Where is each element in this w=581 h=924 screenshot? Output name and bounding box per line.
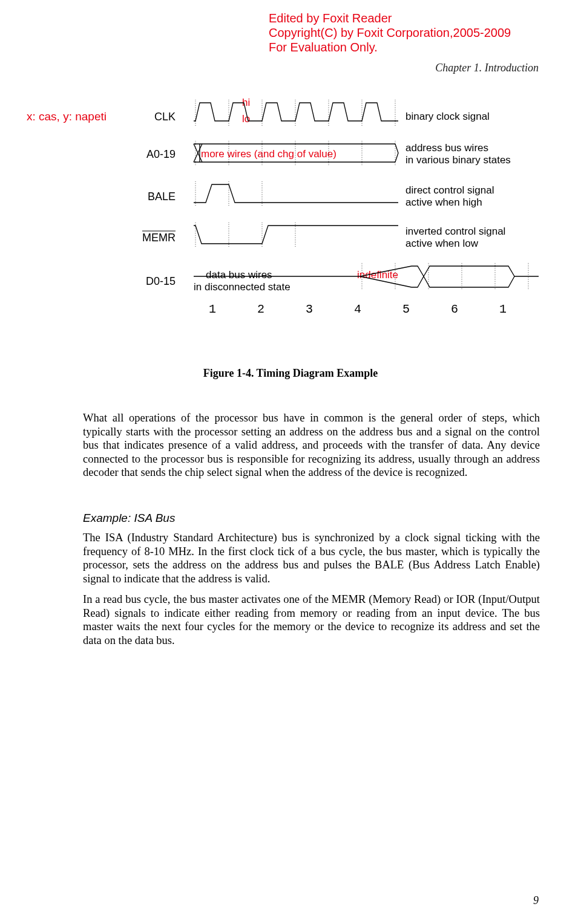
a019-waveform (194, 141, 399, 165)
tick-3: 3 (306, 302, 313, 316)
tick-1: 1 (209, 302, 216, 316)
tick-7: 1 (499, 302, 507, 316)
paragraph-2: The ISA (Industry Standard Architecture)… (83, 531, 540, 585)
memr-waveform (194, 223, 399, 247)
tick-2: 2 (257, 302, 264, 316)
bale-desc1: direct control signal (405, 184, 494, 197)
annotation-axes: x: cas, y: napeti (27, 110, 107, 123)
watermark-line1: Edited by Foxit Reader (269, 11, 511, 25)
memr-desc2: active when low (405, 238, 478, 250)
figure-caption: Figure 1-4. Timing Diagram Example (0, 367, 581, 380)
d015-label: D0-15 (139, 275, 176, 288)
watermark: Edited by Foxit Reader Copyright(C) by F… (269, 11, 511, 54)
watermark-line2: Copyright(C) by Foxit Corporation,2005-2… (269, 25, 511, 40)
tick-4: 4 (354, 302, 361, 316)
bale-waveform (194, 181, 399, 206)
tick-6: 6 (451, 302, 458, 316)
bale-label: BALE (139, 190, 176, 203)
memr-desc1: inverted control signal (405, 226, 505, 238)
d015-waveform (194, 263, 545, 290)
timing-diagram: CLK hi lo binary clock signal A0-19 more… (139, 94, 551, 348)
tick-5: 5 (402, 302, 410, 316)
watermark-line3: For Evaluation Only. (269, 40, 511, 54)
page-number: 9 (533, 894, 539, 907)
clk-waveform (194, 100, 399, 127)
example-heading: Example: ISA Bus (83, 511, 540, 525)
paragraph-3: In a read bus cycle, the bus master acti… (83, 593, 540, 647)
bale-desc2: active when high (405, 197, 482, 209)
memr-label: MEMR (139, 232, 176, 244)
a019-desc1: address bus wires (405, 142, 488, 154)
clk-label: CLK (139, 111, 176, 123)
chapter-header: Chapter 1. Introduction (435, 62, 539, 74)
memr-overbar (142, 230, 177, 232)
a019-label: A0-19 (139, 148, 176, 161)
clk-desc: binary clock signal (405, 111, 490, 123)
paragraph-1: What all operations of the processor bus… (83, 411, 540, 480)
a019-desc2: in various binary states (405, 154, 511, 166)
